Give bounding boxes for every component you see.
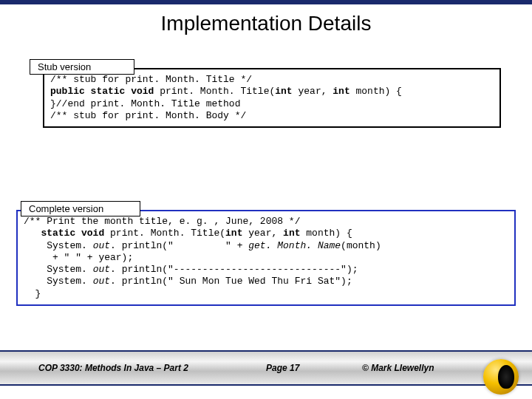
code-line: /** stub for print. Month. Title */ <box>50 74 252 85</box>
code-kw: static void <box>41 228 104 239</box>
code-text: . println(" Sun Mon Tue Wed Thu Fri Sat"… <box>110 276 352 287</box>
code-line: }//end print. Month. Title method <box>50 98 240 109</box>
code-text: month) { <box>300 228 352 239</box>
code-it: out <box>93 264 110 275</box>
complete-version-label: Complete version <box>21 201 140 216</box>
code-it: out <box>93 276 110 287</box>
code-text: print. Month. Title( <box>154 86 275 97</box>
footer-band: COP 3330: Methods In Java – Part 2 Page … <box>0 350 532 386</box>
footer-page: Page 17 <box>266 363 299 373</box>
footer-copyright: © Mark Llewellyn <box>362 363 434 373</box>
code-kw: int <box>283 228 300 239</box>
under-bar <box>0 386 532 399</box>
code-kw: int <box>332 86 349 97</box>
code-line: /** stub for print. Month. Body */ <box>50 110 246 121</box>
page-title: Implementation Details <box>0 12 532 35</box>
code-text: System. <box>24 276 93 287</box>
code-line: /** Print the month title, e. g. , June,… <box>24 216 300 227</box>
code-text: print. Month. Title( <box>104 228 225 239</box>
code-line: } <box>24 288 41 299</box>
stub-version-label: Stub version <box>30 59 134 75</box>
stub-code-box: /** stub for print. Month. Title */ publ… <box>43 68 501 128</box>
code-it: get. Month. Name <box>248 240 341 251</box>
code-text: System. <box>24 264 93 275</box>
code-kw: int <box>225 228 242 239</box>
complete-code-box: /** Print the month title, e. g. , June,… <box>16 210 516 306</box>
code-text: . println(" " + <box>110 240 248 251</box>
code-text: System. <box>24 240 93 251</box>
code-text: year, <box>242 228 283 239</box>
ucf-logo-icon <box>483 359 519 395</box>
code-text: month) { <box>350 86 402 97</box>
code-text: (month) <box>341 240 381 251</box>
footer-course: COP 3330: Methods In Java – Part 2 <box>38 363 188 373</box>
slide: Implementation Details Stub version /** … <box>0 0 532 399</box>
code-text: year, <box>293 86 333 97</box>
top-accent-bar <box>0 0 532 4</box>
code-text: . println("-----------------------------… <box>110 264 358 275</box>
code-kw: public static void <box>50 86 154 97</box>
code-it: out <box>93 240 110 251</box>
code-kw: int <box>275 86 292 97</box>
code-line: + " " + year); <box>24 252 133 263</box>
